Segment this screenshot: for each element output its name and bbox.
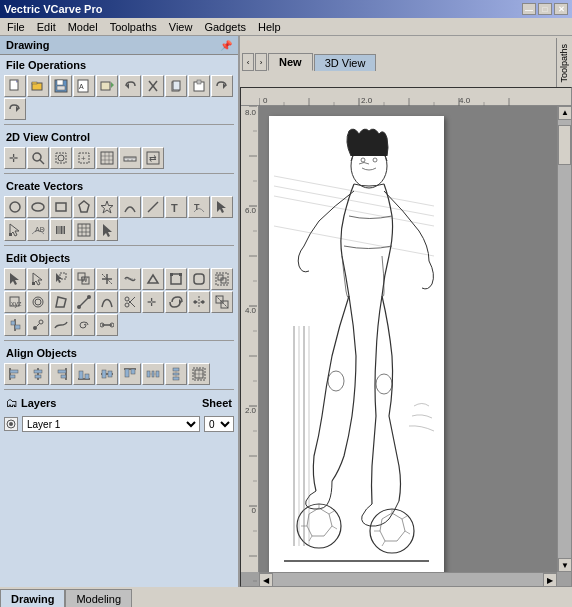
tool-redo2[interactable]	[4, 98, 26, 120]
tool-ellipse[interactable]	[27, 196, 49, 218]
tool-interp[interactable]	[119, 268, 141, 290]
bottom-tab-modeling[interactable]: Modeling	[65, 589, 132, 607]
scroll-track-horizontal[interactable]	[273, 573, 543, 586]
menu-gadgets[interactable]: Gadgets	[199, 20, 251, 34]
close-button[interactable]: ✕	[554, 3, 568, 15]
tool-edit-node[interactable]	[27, 268, 49, 290]
tool-align-bottom[interactable]	[73, 363, 95, 385]
tool-roundrect[interactable]	[188, 268, 210, 290]
menu-edit[interactable]: Edit	[32, 20, 61, 34]
tool-paste[interactable]	[188, 75, 210, 97]
tool-circle[interactable]	[4, 196, 26, 218]
tool-text[interactable]: T	[165, 196, 187, 218]
tool-arc[interactable]	[119, 196, 141, 218]
tool-copy[interactable]	[165, 75, 187, 97]
scroll-thumb-vertical[interactable]	[558, 125, 571, 165]
tool-scale[interactable]	[211, 291, 233, 313]
tool-cut[interactable]	[142, 75, 164, 97]
tool-pan[interactable]: ✛	[4, 147, 26, 169]
tool-grid-toggle[interactable]	[96, 147, 118, 169]
tool-rulers[interactable]	[119, 147, 141, 169]
tool-zoom[interactable]	[27, 147, 49, 169]
tool-node2[interactable]	[27, 314, 49, 336]
tool-align-middle[interactable]	[96, 363, 118, 385]
tool-zoom-box[interactable]	[50, 147, 72, 169]
align-tools	[0, 361, 238, 387]
tab-3dview[interactable]: 3D View	[314, 54, 377, 71]
tool-move[interactable]: ✛	[142, 291, 164, 313]
tool-redo[interactable]	[211, 75, 233, 97]
tool-align2[interactable]	[4, 314, 26, 336]
tool-connector[interactable]	[96, 314, 118, 336]
scroll-down-button[interactable]: ▼	[558, 558, 572, 572]
scroll-track-vertical[interactable]	[558, 120, 571, 558]
tool-distort[interactable]	[50, 291, 72, 313]
svg-rect-54	[78, 224, 90, 236]
tool-taper[interactable]	[142, 268, 164, 290]
toolpaths-label[interactable]: Toolpaths	[559, 40, 569, 87]
tool-vdist[interactable]	[165, 363, 187, 385]
tool-align-center[interactable]	[27, 363, 49, 385]
tool-polygon[interactable]	[73, 196, 95, 218]
maximize-button[interactable]: □	[538, 3, 552, 15]
tool-star[interactable]	[96, 196, 118, 218]
svg-text:ABC: ABC	[35, 226, 45, 233]
scroll-right-button[interactable]: ▶	[543, 573, 557, 587]
tool-rect2[interactable]	[165, 268, 187, 290]
tool-group[interactable]	[211, 268, 233, 290]
panel-pin-icon[interactable]: 📌	[220, 40, 232, 51]
tool-weld[interactable]: W	[73, 268, 95, 290]
tab-next[interactable]: ›	[255, 53, 267, 71]
tool-save[interactable]	[50, 75, 72, 97]
tool-select[interactable]	[211, 196, 233, 218]
menu-help[interactable]: Help	[253, 20, 286, 34]
layer-select[interactable]: Layer 1	[22, 416, 200, 432]
tool-zoom-sel[interactable]: +	[73, 147, 95, 169]
tool-text-fit[interactable]: ABC	[27, 219, 49, 241]
tool-cursor[interactable]	[96, 219, 118, 241]
tool-hdist[interactable]	[142, 363, 164, 385]
tool-import[interactable]	[96, 75, 118, 97]
tool-rotate[interactable]	[165, 291, 187, 313]
tool-text2[interactable]: T	[188, 196, 210, 218]
tool-open[interactable]	[27, 75, 49, 97]
minimize-button[interactable]: —	[522, 3, 536, 15]
tool-table[interactable]	[73, 219, 95, 241]
tool-mirror[interactable]	[188, 291, 210, 313]
tool-align-right[interactable]	[50, 363, 72, 385]
bottom-tab-drawing[interactable]: Drawing	[0, 589, 65, 607]
sheet-select[interactable]: 0	[204, 416, 234, 432]
tool-line[interactable]	[142, 196, 164, 218]
tool-transform[interactable]: xyz	[4, 291, 26, 313]
menu-toolpaths[interactable]: Toolpaths	[105, 20, 162, 34]
menu-model[interactable]: Model	[63, 20, 103, 34]
tool-save-as[interactable]: A	[73, 75, 95, 97]
tool-trim[interactable]	[96, 268, 118, 290]
tool-align-top[interactable]	[119, 363, 141, 385]
scroll-left-button[interactable]: ◀	[259, 573, 273, 587]
tool-barcode[interactable]	[50, 219, 72, 241]
tool-smooth[interactable]	[50, 314, 72, 336]
tool-align-to[interactable]	[188, 363, 210, 385]
tool-new[interactable]	[4, 75, 26, 97]
tool-offset[interactable]	[27, 291, 49, 313]
tool-rect[interactable]	[50, 196, 72, 218]
sep4	[4, 340, 234, 341]
scroll-up-button[interactable]: ▲	[558, 106, 572, 120]
tool-scissors[interactable]	[119, 291, 141, 313]
tool-edit-multisel[interactable]	[50, 268, 72, 290]
tab-new[interactable]: New	[268, 53, 313, 71]
tool-curve[interactable]	[96, 291, 118, 313]
menu-file[interactable]: File	[2, 20, 30, 34]
tool-pan2[interactable]: ⇄	[142, 147, 164, 169]
tool-undo[interactable]	[119, 75, 141, 97]
tool-line2[interactable]	[73, 291, 95, 313]
tab-prev[interactable]: ‹	[242, 53, 254, 71]
menu-view[interactable]: View	[164, 20, 198, 34]
tool-align-left[interactable]	[4, 363, 26, 385]
svg-text:T: T	[194, 202, 200, 212]
tool-edit-sel[interactable]	[4, 268, 26, 290]
tool-node[interactable]	[4, 219, 26, 241]
layer-visibility-icon[interactable]	[4, 417, 18, 431]
tool-spiral[interactable]	[73, 314, 95, 336]
